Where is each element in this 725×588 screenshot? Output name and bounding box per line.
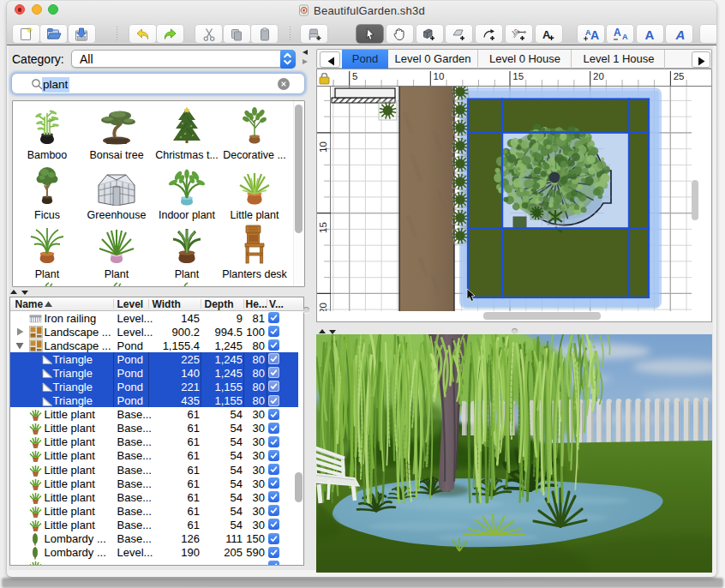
svg-text:15: 15: [512, 71, 524, 81]
svg-text:A: A: [542, 27, 551, 40]
svg-text:20: 20: [318, 303, 328, 311]
svg-text:A: A: [645, 27, 655, 41]
svg-text:20: 20: [593, 71, 604, 81]
svg-text:10: 10: [434, 71, 445, 81]
svg-text:10: 10: [318, 141, 328, 153]
svg-text:5: 5: [352, 71, 357, 81]
svg-text:A: A: [674, 27, 685, 41]
svg-text:A: A: [614, 27, 621, 38]
svg-text:25: 25: [674, 71, 685, 81]
svg-text:A: A: [622, 32, 628, 40]
svg-text:A: A: [590, 27, 599, 41]
svg-text:15: 15: [318, 222, 328, 233]
